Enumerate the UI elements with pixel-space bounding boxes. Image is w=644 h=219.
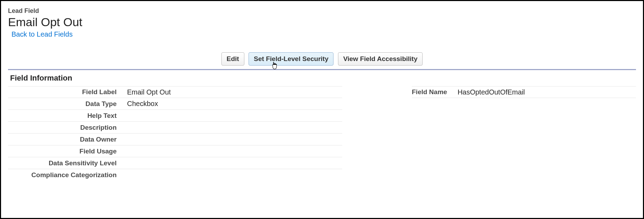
field-row-description: Description [8, 122, 342, 134]
label-field-name: Field Name [412, 88, 457, 96]
value-field-name: HasOptedOutOfEmail [457, 88, 525, 96]
label-field-usage: Field Usage [8, 148, 126, 155]
label-description: Description [8, 124, 126, 131]
field-row-field-usage: Field Usage [8, 145, 342, 157]
page-title: Email Opt Out [8, 15, 636, 29]
label-compliance: Compliance Categorization [8, 171, 126, 179]
label-data-sensitivity: Data Sensitivity Level [8, 159, 126, 167]
set-field-level-security-button[interactable]: Set Field-Level Security [249, 52, 333, 66]
value-field-label: Email Opt Out [126, 88, 171, 96]
field-row-field-label: Field Label Email Opt Out [8, 86, 342, 98]
field-information-heading: Field Information [8, 70, 636, 86]
field-row-data-type: Data Type Checkbox [8, 98, 342, 110]
field-row-compliance: Compliance Categorization [8, 169, 342, 181]
label-data-type: Data Type [8, 100, 126, 108]
field-row-field-name: Field Name HasOptedOutOfEmail [412, 86, 636, 98]
label-data-owner: Data Owner [8, 136, 126, 143]
label-help-text: Help Text [8, 112, 126, 120]
field-row-data-owner: Data Owner [8, 134, 342, 145]
object-type-label: Lead Field [8, 7, 636, 15]
view-field-accessibility-button[interactable]: View Field Accessibility [338, 52, 423, 66]
back-to-lead-fields-link[interactable]: Back to Lead Fields [11, 30, 73, 38]
field-row-data-sensitivity: Data Sensitivity Level [8, 157, 342, 169]
field-information-grid: Field Label Email Opt Out Data Type Chec… [8, 86, 636, 181]
edit-button[interactable]: Edit [221, 52, 244, 66]
label-field-label: Field Label [8, 88, 126, 96]
value-data-type: Checkbox [126, 100, 158, 108]
action-button-row: Edit Set Field-Level Security View Field… [1, 45, 643, 69]
field-row-help-text: Help Text [8, 110, 342, 122]
